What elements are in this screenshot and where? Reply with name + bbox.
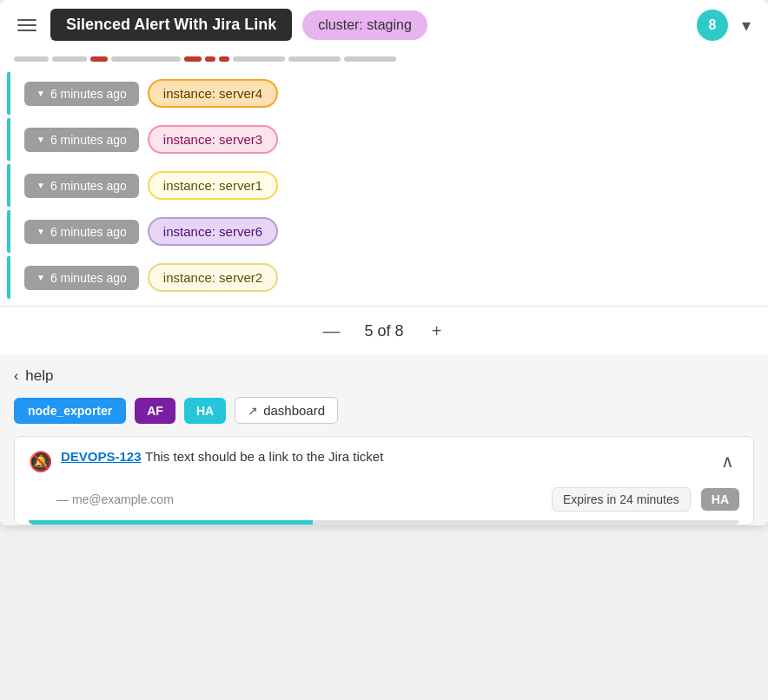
time-label: 6 minutes ago bbox=[50, 225, 127, 239]
header: Silenced Alert With Jira Link cluster: s… bbox=[0, 0, 768, 50]
bell-slash-icon: 🔕 bbox=[29, 451, 52, 473]
progress-seg-9 bbox=[288, 56, 341, 62]
instance-tag[interactable]: instance: server1 bbox=[148, 171, 278, 200]
alert-list: ▼ 6 minutes ago instance: server4 ▼ 6 mi… bbox=[0, 65, 768, 307]
time-label: 6 minutes ago bbox=[50, 133, 127, 147]
silence-meta: — me@example.com Expires in 24 minutes H… bbox=[29, 480, 739, 520]
jira-link[interactable]: DEVOPS-123 bbox=[61, 449, 142, 464]
instance-tag[interactable]: instance: server3 bbox=[148, 125, 278, 154]
instance-tag[interactable]: instance: server4 bbox=[148, 79, 278, 108]
time-pill: ▼ 6 minutes ago bbox=[24, 128, 139, 152]
app-container: Silenced Alert With Jira Link cluster: s… bbox=[0, 0, 768, 525]
progress-seg-8 bbox=[233, 56, 285, 62]
node-exporter-tag[interactable]: node_exporter bbox=[14, 398, 126, 424]
time-label: 6 minutes ago bbox=[50, 87, 127, 101]
ha-tag[interactable]: HA bbox=[184, 398, 226, 424]
progress-bar-container bbox=[29, 520, 739, 525]
dashboard-link-label: dashboard bbox=[263, 403, 325, 418]
time-pill: ▼ 6 minutes ago bbox=[24, 82, 139, 106]
pagination-increase-button[interactable]: + bbox=[425, 319, 449, 343]
progress-seg-4 bbox=[111, 56, 181, 62]
dashboard-link[interactable]: ↗ dashboard bbox=[235, 397, 338, 424]
instance-tag[interactable]: instance: server2 bbox=[148, 263, 278, 292]
progress-seg-2 bbox=[52, 56, 87, 62]
tags-row: node_exporter AF HA ↗ dashboard bbox=[14, 397, 754, 424]
alert-item[interactable]: ▼ 6 minutes ago instance: server1 bbox=[7, 164, 761, 207]
hamburger-menu-icon[interactable] bbox=[14, 16, 40, 35]
progress-seg-1 bbox=[14, 56, 49, 62]
silence-ha-badge: HA bbox=[701, 488, 739, 511]
progress-seg-3 bbox=[90, 56, 108, 62]
time-label: 6 minutes ago bbox=[50, 271, 127, 285]
help-toggle-button[interactable]: ‹ help bbox=[14, 367, 754, 385]
help-chevron-icon: ‹ bbox=[14, 368, 18, 384]
help-label: help bbox=[25, 367, 53, 385]
af-tag[interactable]: AF bbox=[135, 398, 175, 424]
alert-item[interactable]: ▼ 6 minutes ago instance: server4 bbox=[7, 72, 761, 115]
progress-seg-5 bbox=[184, 56, 202, 62]
pagination-decrease-button[interactable]: — bbox=[319, 319, 343, 343]
alert-item[interactable]: ▼ 6 minutes ago instance: server6 bbox=[7, 210, 761, 253]
help-section: ‹ help node_exporter AF HA ↗ dashboard 🔕… bbox=[0, 355, 768, 525]
expires-badge: Expires in 24 minutes bbox=[552, 487, 691, 512]
arrow-icon: ▼ bbox=[36, 227, 45, 236]
arrow-icon: ▼ bbox=[36, 273, 45, 282]
pagination: — 5 of 8 + bbox=[0, 307, 768, 355]
alert-item[interactable]: ▼ 6 minutes ago instance: server2 bbox=[7, 256, 761, 299]
arrow-icon: ▼ bbox=[36, 135, 45, 144]
progress-area bbox=[0, 50, 768, 65]
arrow-icon: ▼ bbox=[36, 181, 45, 190]
progress-seg-10 bbox=[344, 56, 396, 62]
alert-item[interactable]: ▼ 6 minutes ago instance: server3 bbox=[7, 118, 761, 161]
silence-expand-button[interactable]: ∧ bbox=[716, 449, 739, 473]
cluster-badge[interactable]: cluster: staging bbox=[302, 10, 427, 40]
silence-author: — me@example.com bbox=[56, 492, 174, 506]
time-pill: ▼ 6 minutes ago bbox=[24, 220, 139, 244]
instance-tag[interactable]: instance: server6 bbox=[148, 217, 278, 246]
progress-bar-fill bbox=[29, 520, 313, 525]
silence-description: This text should be a link to the Jira t… bbox=[145, 449, 383, 464]
time-pill: ▼ 6 minutes ago bbox=[24, 174, 139, 198]
silence-card: 🔕 DEVOPS-123 This text should be a link … bbox=[14, 436, 754, 525]
external-link-icon: ↗ bbox=[248, 404, 258, 418]
page-title: Silenced Alert With Jira Link bbox=[50, 9, 292, 41]
progress-seg-7 bbox=[219, 56, 229, 62]
progress-seg-6 bbox=[205, 56, 215, 62]
arrow-icon: ▼ bbox=[36, 89, 45, 98]
chevron-down-icon[interactable]: ▾ bbox=[738, 11, 754, 39]
time-pill: ▼ 6 minutes ago bbox=[24, 266, 139, 290]
time-label: 6 minutes ago bbox=[50, 179, 127, 193]
pagination-text: 5 of 8 bbox=[364, 322, 403, 340]
count-badge[interactable]: 8 bbox=[697, 10, 728, 41]
silence-header: 🔕 DEVOPS-123 This text should be a link … bbox=[29, 449, 739, 473]
